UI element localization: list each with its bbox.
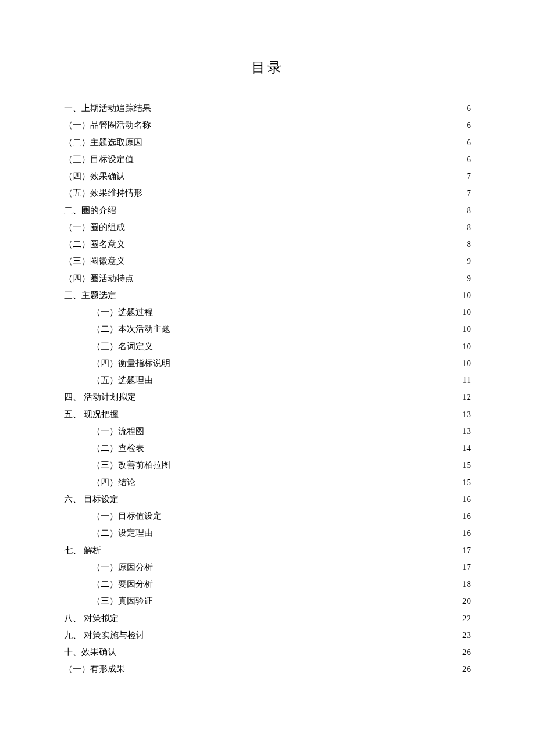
toc-entry[interactable]: （四）衡量指标说明10 xyxy=(64,355,471,372)
toc-page-number: 10 xyxy=(462,338,471,355)
toc-entry[interactable]: 二、圈的介绍8 xyxy=(64,202,471,219)
toc-label: 七、 解析 xyxy=(64,542,101,559)
toc-entry[interactable]: 三、主题选定10 xyxy=(64,287,471,304)
toc-entry[interactable]: （一）品管圈活动名称6 xyxy=(64,117,471,134)
toc-page-number: 6 xyxy=(467,100,472,117)
toc-label: 八、 对策拟定 xyxy=(64,610,119,627)
toc-page-number: 18 xyxy=(462,576,471,593)
toc-page-number: 13 xyxy=(462,406,471,423)
toc-page-number: 8 xyxy=(467,219,472,236)
toc-entry[interactable]: （四）结论15 xyxy=(64,474,471,491)
toc-page-number: 12 xyxy=(462,389,471,406)
toc-page-number: 9 xyxy=(467,253,472,270)
toc-label: （五）选题理由 xyxy=(92,372,153,389)
toc-entry[interactable]: 六、 目标设定16 xyxy=(64,491,471,508)
toc-label: （三）圈徽意义 xyxy=(64,253,125,270)
toc-label: （一）品管圈活动名称 xyxy=(64,117,151,134)
toc-page-number: 6 xyxy=(467,151,472,168)
toc-entry[interactable]: （一）选题过程10 xyxy=(64,304,471,321)
toc-page-number: 10 xyxy=(462,321,471,338)
toc-page-number: 16 xyxy=(462,491,471,508)
toc-label: （一）原因分析 xyxy=(92,559,153,576)
toc-label: （三）真因验证 xyxy=(92,593,153,610)
toc-entry[interactable]: 八、 对策拟定22 xyxy=(64,610,471,627)
toc-page-number: 15 xyxy=(462,457,471,474)
toc-entry[interactable]: （五）效果维持情形7 xyxy=(64,185,471,202)
toc-label: 五、 现况把握 xyxy=(64,406,119,423)
toc-page-number: 15 xyxy=(462,474,471,491)
toc-label: （一）有形成果 xyxy=(64,661,125,678)
toc-entry[interactable]: （三）目标设定值6 xyxy=(64,151,471,168)
toc-entry[interactable]: 四、 活动计划拟定12 xyxy=(64,389,471,406)
toc-page-number: 10 xyxy=(462,355,471,372)
toc-entry[interactable]: （一）目标值设定16 xyxy=(64,508,471,525)
toc-page-number: 9 xyxy=(467,270,472,287)
toc-page-number: 8 xyxy=(467,236,472,253)
toc-entry[interactable]: （一）有形成果26 xyxy=(64,661,471,678)
toc-label: （三）名词定义 xyxy=(92,338,153,355)
toc-entry[interactable]: （一）流程图13 xyxy=(64,423,471,440)
toc-entry[interactable]: 九、 对策实施与检讨23 xyxy=(64,627,471,644)
toc-page-number: 17 xyxy=(462,542,471,559)
toc-label: （一）选题过程 xyxy=(92,304,153,321)
toc-entry[interactable]: 一、上期活动追踪结果6 xyxy=(64,100,471,117)
toc-entry[interactable]: 五、 现况把握13 xyxy=(64,406,471,423)
toc-entry[interactable]: （五）选题理由11 xyxy=(64,372,471,389)
toc-label: （五）效果维持情形 xyxy=(64,185,142,202)
toc-page-number: 26 xyxy=(462,644,471,661)
toc-entry[interactable]: （二）本次活动主题10 xyxy=(64,321,471,338)
toc-label: 一、上期活动追踪结果 xyxy=(64,100,151,117)
toc-entry[interactable]: （四）圈活动特点9 xyxy=(64,270,471,287)
toc-label: 二、圈的介绍 xyxy=(64,202,116,219)
toc-entry[interactable]: （三）改善前柏拉图15 xyxy=(64,457,471,474)
toc-page-number: 16 xyxy=(462,508,471,525)
toc-label: 六、 目标设定 xyxy=(64,491,119,508)
toc-entry[interactable]: （二）设定理由16 xyxy=(64,525,471,542)
toc-label: 三、主题选定 xyxy=(64,287,116,304)
toc-entry[interactable]: 十、效果确认26 xyxy=(64,644,471,661)
toc-entry[interactable]: （三）名词定义10 xyxy=(64,338,471,355)
toc-page-number: 13 xyxy=(462,423,471,440)
toc-entry[interactable]: （二）查检表14 xyxy=(64,440,471,457)
toc-entry[interactable]: （一）圈的组成8 xyxy=(64,219,471,236)
page-title: 目录 xyxy=(64,58,471,77)
toc-label: （一）流程图 xyxy=(92,423,144,440)
toc-label: （四）结论 xyxy=(92,474,135,491)
toc-label: （一）目标值设定 xyxy=(92,508,162,525)
toc-entry[interactable]: （一）原因分析17 xyxy=(64,559,471,576)
toc-entry[interactable]: （二）圈名意义8 xyxy=(64,236,471,253)
toc-label: （三）改善前柏拉图 xyxy=(92,457,170,474)
toc-page-number: 20 xyxy=(462,593,471,610)
toc-page-number: 10 xyxy=(462,287,471,304)
toc-page-number: 11 xyxy=(463,372,471,389)
toc-label: （二）设定理由 xyxy=(92,525,153,542)
toc-page-number: 8 xyxy=(467,202,472,219)
toc-page-number: 6 xyxy=(467,117,472,134)
toc-label: 九、 对策实施与检讨 xyxy=(64,627,145,644)
toc-page-number: 17 xyxy=(462,559,471,576)
toc-page-number: 6 xyxy=(467,134,472,151)
toc-label: （二）主题选取原因 xyxy=(64,134,142,151)
toc-page-number: 22 xyxy=(462,610,471,627)
toc-entry[interactable]: （二）要因分析18 xyxy=(64,576,471,593)
toc-label: 十、效果确认 xyxy=(64,644,116,661)
toc-page-number: 23 xyxy=(462,627,471,644)
toc-entry[interactable]: 七、 解析17 xyxy=(64,542,471,559)
toc-page-number: 26 xyxy=(462,661,471,678)
toc-label: （四）圈活动特点 xyxy=(64,270,134,287)
toc-entry[interactable]: （三）真因验证20 xyxy=(64,593,471,610)
toc-label: （二）要因分析 xyxy=(92,576,153,593)
toc-page-number: 14 xyxy=(462,440,471,457)
toc-label: （二）本次活动主题 xyxy=(92,321,170,338)
toc-page-number: 10 xyxy=(462,304,471,321)
table-of-contents: 一、上期活动追踪结果6（一）品管圈活动名称6（二）主题选取原因6（三）目标设定值… xyxy=(64,100,471,678)
toc-label: （三）目标设定值 xyxy=(64,151,134,168)
toc-label: （一）圈的组成 xyxy=(64,219,125,236)
toc-page-number: 7 xyxy=(467,168,472,185)
toc-label: （四）效果确认 xyxy=(64,168,125,185)
toc-entry[interactable]: （二）主题选取原因6 xyxy=(64,134,471,151)
toc-entry[interactable]: （三）圈徽意义9 xyxy=(64,253,471,270)
toc-entry[interactable]: （四）效果确认7 xyxy=(64,168,471,185)
toc-page-number: 7 xyxy=(467,185,472,202)
toc-page-number: 16 xyxy=(462,525,471,542)
